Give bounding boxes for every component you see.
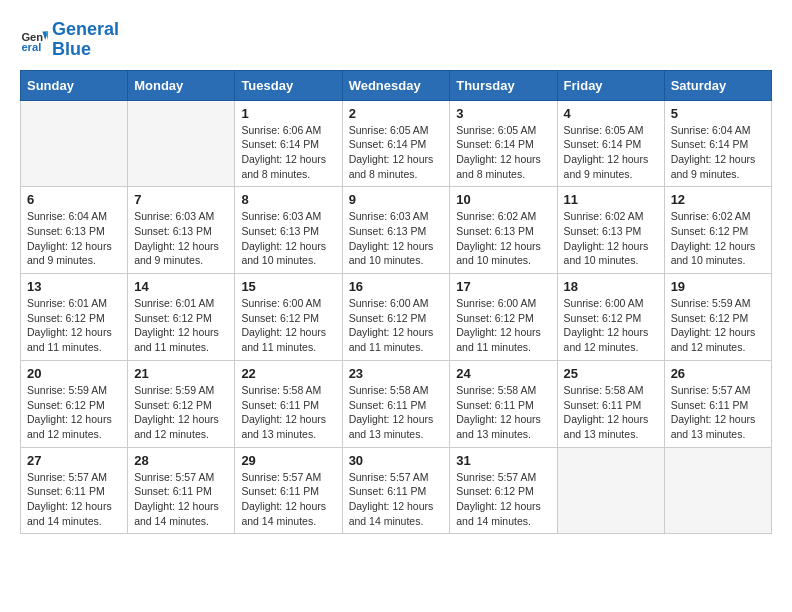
calendar-cell: 8Sunrise: 6:03 AM Sunset: 6:13 PM Daylig… <box>235 187 342 274</box>
day-number: 6 <box>27 192 121 207</box>
day-info: Sunrise: 6:00 AM Sunset: 6:12 PM Dayligh… <box>241 296 335 355</box>
day-info: Sunrise: 5:58 AM Sunset: 6:11 PM Dayligh… <box>241 383 335 442</box>
svg-text:eral: eral <box>21 41 41 53</box>
calendar: SundayMondayTuesdayWednesdayThursdayFrid… <box>20 70 772 535</box>
calendar-cell <box>21 100 128 187</box>
calendar-week-row: 20Sunrise: 5:59 AM Sunset: 6:12 PM Dayli… <box>21 360 772 447</box>
calendar-cell: 31Sunrise: 5:57 AM Sunset: 6:12 PM Dayli… <box>450 447 557 534</box>
day-number: 23 <box>349 366 444 381</box>
day-number: 16 <box>349 279 444 294</box>
calendar-cell: 17Sunrise: 6:00 AM Sunset: 6:12 PM Dayli… <box>450 274 557 361</box>
day-number: 5 <box>671 106 765 121</box>
calendar-cell: 22Sunrise: 5:58 AM Sunset: 6:11 PM Dayli… <box>235 360 342 447</box>
day-info: Sunrise: 5:59 AM Sunset: 6:12 PM Dayligh… <box>134 383 228 442</box>
day-info: Sunrise: 6:04 AM Sunset: 6:14 PM Dayligh… <box>671 123 765 182</box>
day-number: 3 <box>456 106 550 121</box>
calendar-weekday-thursday: Thursday <box>450 70 557 100</box>
day-info: Sunrise: 5:58 AM Sunset: 6:11 PM Dayligh… <box>456 383 550 442</box>
day-number: 18 <box>564 279 658 294</box>
day-info: Sunrise: 6:03 AM Sunset: 6:13 PM Dayligh… <box>134 209 228 268</box>
day-info: Sunrise: 5:57 AM Sunset: 6:11 PM Dayligh… <box>241 470 335 529</box>
calendar-weekday-saturday: Saturday <box>664 70 771 100</box>
calendar-cell: 18Sunrise: 6:00 AM Sunset: 6:12 PM Dayli… <box>557 274 664 361</box>
day-info: Sunrise: 6:00 AM Sunset: 6:12 PM Dayligh… <box>349 296 444 355</box>
calendar-cell: 5Sunrise: 6:04 AM Sunset: 6:14 PM Daylig… <box>664 100 771 187</box>
day-info: Sunrise: 6:03 AM Sunset: 6:13 PM Dayligh… <box>349 209 444 268</box>
calendar-cell: 19Sunrise: 5:59 AM Sunset: 6:12 PM Dayli… <box>664 274 771 361</box>
day-info: Sunrise: 6:01 AM Sunset: 6:12 PM Dayligh… <box>27 296 121 355</box>
calendar-cell: 26Sunrise: 5:57 AM Sunset: 6:11 PM Dayli… <box>664 360 771 447</box>
calendar-week-row: 27Sunrise: 5:57 AM Sunset: 6:11 PM Dayli… <box>21 447 772 534</box>
calendar-cell: 9Sunrise: 6:03 AM Sunset: 6:13 PM Daylig… <box>342 187 450 274</box>
day-info: Sunrise: 5:57 AM Sunset: 6:12 PM Dayligh… <box>456 470 550 529</box>
day-number: 20 <box>27 366 121 381</box>
day-number: 13 <box>27 279 121 294</box>
day-number: 15 <box>241 279 335 294</box>
calendar-cell: 10Sunrise: 6:02 AM Sunset: 6:13 PM Dayli… <box>450 187 557 274</box>
calendar-week-row: 1Sunrise: 6:06 AM Sunset: 6:14 PM Daylig… <box>21 100 772 187</box>
day-info: Sunrise: 6:02 AM Sunset: 6:13 PM Dayligh… <box>564 209 658 268</box>
day-number: 29 <box>241 453 335 468</box>
day-number: 27 <box>27 453 121 468</box>
calendar-weekday-friday: Friday <box>557 70 664 100</box>
day-number: 9 <box>349 192 444 207</box>
day-number: 28 <box>134 453 228 468</box>
calendar-cell: 11Sunrise: 6:02 AM Sunset: 6:13 PM Dayli… <box>557 187 664 274</box>
day-number: 8 <box>241 192 335 207</box>
calendar-header-row: SundayMondayTuesdayWednesdayThursdayFrid… <box>21 70 772 100</box>
calendar-cell: 13Sunrise: 6:01 AM Sunset: 6:12 PM Dayli… <box>21 274 128 361</box>
calendar-cell: 1Sunrise: 6:06 AM Sunset: 6:14 PM Daylig… <box>235 100 342 187</box>
calendar-weekday-monday: Monday <box>128 70 235 100</box>
day-number: 14 <box>134 279 228 294</box>
calendar-cell: 16Sunrise: 6:00 AM Sunset: 6:12 PM Dayli… <box>342 274 450 361</box>
calendar-cell: 3Sunrise: 6:05 AM Sunset: 6:14 PM Daylig… <box>450 100 557 187</box>
logo-icon: Gen eral <box>20 26 48 54</box>
calendar-cell: 6Sunrise: 6:04 AM Sunset: 6:13 PM Daylig… <box>21 187 128 274</box>
day-info: Sunrise: 6:01 AM Sunset: 6:12 PM Dayligh… <box>134 296 228 355</box>
calendar-week-row: 6Sunrise: 6:04 AM Sunset: 6:13 PM Daylig… <box>21 187 772 274</box>
calendar-cell: 15Sunrise: 6:00 AM Sunset: 6:12 PM Dayli… <box>235 274 342 361</box>
day-info: Sunrise: 6:06 AM Sunset: 6:14 PM Dayligh… <box>241 123 335 182</box>
calendar-cell: 21Sunrise: 5:59 AM Sunset: 6:12 PM Dayli… <box>128 360 235 447</box>
day-number: 1 <box>241 106 335 121</box>
day-number: 12 <box>671 192 765 207</box>
day-number: 30 <box>349 453 444 468</box>
day-info: Sunrise: 5:58 AM Sunset: 6:11 PM Dayligh… <box>349 383 444 442</box>
day-number: 31 <box>456 453 550 468</box>
day-number: 26 <box>671 366 765 381</box>
calendar-weekday-tuesday: Tuesday <box>235 70 342 100</box>
day-info: Sunrise: 6:02 AM Sunset: 6:13 PM Dayligh… <box>456 209 550 268</box>
day-number: 22 <box>241 366 335 381</box>
calendar-cell: 27Sunrise: 5:57 AM Sunset: 6:11 PM Dayli… <box>21 447 128 534</box>
page-header: Gen eral GeneralBlue <box>20 20 772 60</box>
calendar-weekday-wednesday: Wednesday <box>342 70 450 100</box>
day-info: Sunrise: 5:58 AM Sunset: 6:11 PM Dayligh… <box>564 383 658 442</box>
day-number: 2 <box>349 106 444 121</box>
day-number: 10 <box>456 192 550 207</box>
calendar-cell <box>128 100 235 187</box>
logo-text: GeneralBlue <box>52 20 119 60</box>
calendar-cell <box>557 447 664 534</box>
calendar-cell: 12Sunrise: 6:02 AM Sunset: 6:12 PM Dayli… <box>664 187 771 274</box>
calendar-cell: 29Sunrise: 5:57 AM Sunset: 6:11 PM Dayli… <box>235 447 342 534</box>
calendar-cell: 2Sunrise: 6:05 AM Sunset: 6:14 PM Daylig… <box>342 100 450 187</box>
day-info: Sunrise: 5:57 AM Sunset: 6:11 PM Dayligh… <box>671 383 765 442</box>
day-info: Sunrise: 6:02 AM Sunset: 6:12 PM Dayligh… <box>671 209 765 268</box>
day-number: 4 <box>564 106 658 121</box>
day-number: 7 <box>134 192 228 207</box>
calendar-cell: 28Sunrise: 5:57 AM Sunset: 6:11 PM Dayli… <box>128 447 235 534</box>
calendar-cell: 30Sunrise: 5:57 AM Sunset: 6:11 PM Dayli… <box>342 447 450 534</box>
day-number: 11 <box>564 192 658 207</box>
calendar-cell <box>664 447 771 534</box>
calendar-cell: 4Sunrise: 6:05 AM Sunset: 6:14 PM Daylig… <box>557 100 664 187</box>
day-info: Sunrise: 6:05 AM Sunset: 6:14 PM Dayligh… <box>456 123 550 182</box>
calendar-cell: 25Sunrise: 5:58 AM Sunset: 6:11 PM Dayli… <box>557 360 664 447</box>
calendar-cell: 14Sunrise: 6:01 AM Sunset: 6:12 PM Dayli… <box>128 274 235 361</box>
day-number: 19 <box>671 279 765 294</box>
day-number: 24 <box>456 366 550 381</box>
day-info: Sunrise: 6:00 AM Sunset: 6:12 PM Dayligh… <box>456 296 550 355</box>
calendar-cell: 24Sunrise: 5:58 AM Sunset: 6:11 PM Dayli… <box>450 360 557 447</box>
day-info: Sunrise: 5:59 AM Sunset: 6:12 PM Dayligh… <box>671 296 765 355</box>
day-info: Sunrise: 6:05 AM Sunset: 6:14 PM Dayligh… <box>349 123 444 182</box>
day-info: Sunrise: 6:05 AM Sunset: 6:14 PM Dayligh… <box>564 123 658 182</box>
